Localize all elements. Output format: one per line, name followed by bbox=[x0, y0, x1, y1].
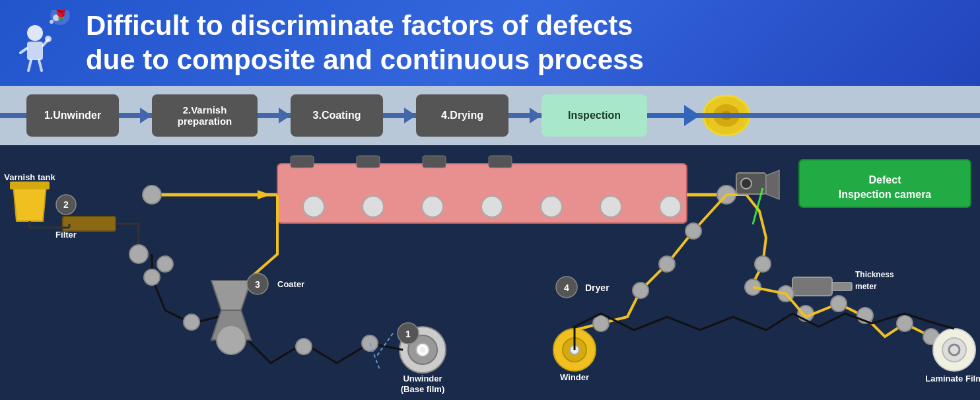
svg-rect-18 bbox=[277, 164, 687, 223]
step-unwinder: 1.Unwinder bbox=[26, 94, 119, 137]
svg-point-58 bbox=[184, 314, 199, 330]
arrow-5 bbox=[647, 109, 700, 122]
svg-point-56 bbox=[296, 339, 312, 354]
svg-point-97 bbox=[593, 316, 609, 331]
svg-point-84 bbox=[897, 316, 913, 331]
svg-rect-20 bbox=[357, 156, 380, 168]
svg-text:1: 1 bbox=[405, 329, 411, 339]
svg-point-60 bbox=[157, 256, 173, 272]
svg-text:(Base film): (Base film) bbox=[401, 384, 444, 394]
svg-text:Inspection camera: Inspection camera bbox=[839, 189, 932, 200]
svg-rect-76 bbox=[832, 283, 852, 290]
svg-point-95 bbox=[659, 256, 675, 272]
svg-point-79 bbox=[755, 256, 771, 272]
svg-text:Varnish tank: Varnish tank bbox=[4, 172, 55, 182]
arrow-1 bbox=[119, 109, 152, 122]
svg-point-82 bbox=[831, 296, 847, 312]
svg-point-23 bbox=[303, 196, 324, 217]
svg-text:3: 3 bbox=[255, 279, 260, 290]
diagram: 2 Filter 1 Unwinder (Base film) bbox=[0, 145, 980, 400]
svg-point-46 bbox=[129, 245, 148, 263]
svg-point-4 bbox=[27, 25, 43, 41]
svg-point-26 bbox=[481, 196, 503, 217]
svg-text:🌹: 🌹 bbox=[53, 10, 69, 22]
step-coating: 3.Coating bbox=[291, 94, 383, 137]
svg-point-29 bbox=[660, 196, 681, 217]
header-title-line1: Difficult to discriminate factors of def… bbox=[86, 10, 633, 41]
header-title: Difficult to discriminate factors of def… bbox=[86, 9, 967, 78]
svg-marker-69 bbox=[766, 170, 779, 199]
svg-rect-22 bbox=[489, 156, 512, 168]
svg-point-8 bbox=[45, 36, 52, 42]
svg-point-33 bbox=[143, 185, 161, 204]
step-varnish: 2.Varnishpreparation bbox=[152, 94, 258, 137]
svg-point-87 bbox=[942, 338, 966, 362]
svg-marker-35 bbox=[13, 185, 46, 221]
svg-text:Dryer: Dryer bbox=[585, 283, 610, 293]
svg-text:Coater: Coater bbox=[277, 279, 304, 289]
svg-rect-19 bbox=[291, 156, 314, 168]
svg-text:Laminate Film: Laminate Film bbox=[925, 374, 980, 383]
svg-point-28 bbox=[600, 196, 621, 217]
svg-point-24 bbox=[363, 196, 384, 217]
svg-point-70 bbox=[741, 178, 752, 189]
svg-text:Defect: Defect bbox=[869, 174, 902, 185]
svg-point-96 bbox=[633, 283, 648, 298]
step-inspection: Inspection bbox=[542, 94, 647, 137]
svg-line-10 bbox=[39, 60, 42, 71]
header-title-line2: due to composite and continuous process bbox=[86, 44, 644, 75]
svg-text:Winder: Winder bbox=[560, 372, 589, 382]
arrow-4 bbox=[508, 109, 542, 122]
svg-point-94 bbox=[685, 223, 701, 239]
svg-point-59 bbox=[144, 269, 160, 285]
header-icon: 🌹 bbox=[13, 10, 73, 76]
svg-text:2: 2 bbox=[63, 199, 69, 210]
svg-point-25 bbox=[422, 196, 443, 217]
arrow-3 bbox=[383, 109, 416, 122]
svg-rect-37 bbox=[63, 217, 116, 231]
arrow-2 bbox=[258, 109, 291, 122]
svg-text:meter: meter bbox=[855, 282, 877, 291]
svg-rect-36 bbox=[10, 182, 50, 189]
svg-point-63 bbox=[217, 325, 246, 354]
svg-point-27 bbox=[541, 196, 562, 217]
svg-rect-5 bbox=[27, 42, 43, 60]
svg-rect-75 bbox=[792, 277, 832, 296]
header: 🌹 Difficult to discriminate factors of d… bbox=[0, 0, 980, 86]
step-drying: 4.Drying bbox=[416, 94, 508, 137]
svg-text:4: 4 bbox=[564, 283, 569, 293]
process-bar: 1.Unwinder 2.Varnishpreparation 3.Coatin… bbox=[0, 86, 980, 145]
svg-line-9 bbox=[28, 60, 31, 71]
svg-text:Unwinder: Unwinder bbox=[403, 374, 442, 383]
svg-text:Filter: Filter bbox=[55, 230, 77, 240]
svg-rect-21 bbox=[423, 156, 446, 168]
svg-line-6 bbox=[20, 48, 27, 53]
svg-text:Thickness: Thickness bbox=[855, 270, 894, 279]
